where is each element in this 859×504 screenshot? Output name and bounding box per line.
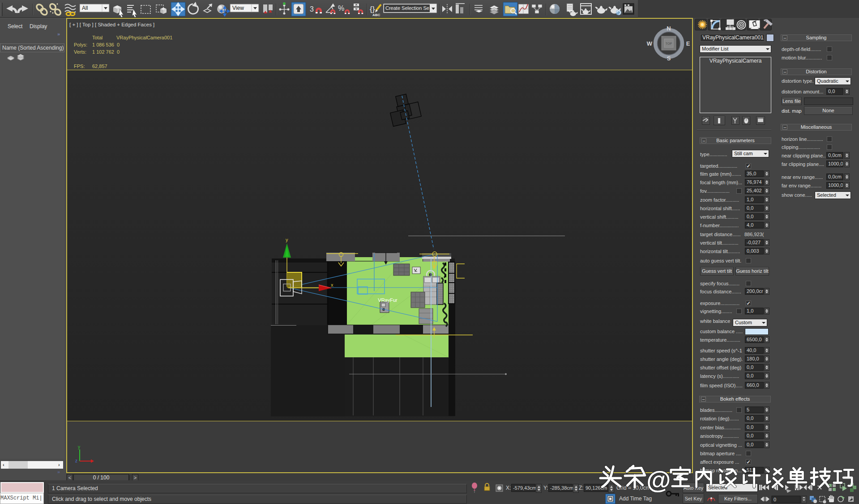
svg-text:VRayFur: VRayFur bbox=[378, 297, 397, 303]
svg-text:S: S bbox=[667, 55, 671, 62]
svg-text:E: E bbox=[686, 40, 690, 47]
svg-text:All: All bbox=[82, 5, 88, 11]
svg-text:0: 0 bbox=[774, 497, 776, 502]
svg-text:3: 3 bbox=[310, 5, 314, 13]
svg-text:N: N bbox=[667, 25, 671, 32]
svg-text:ABC: ABC bbox=[372, 13, 380, 17]
svg-text:TOP: TOP bbox=[666, 42, 672, 45]
svg-text:Create Selection Se: Create Selection Se bbox=[385, 5, 429, 11]
svg-text:z: z bbox=[75, 458, 77, 463]
svg-text:@: @ bbox=[646, 466, 671, 494]
svg-text:{}: {} bbox=[370, 5, 375, 13]
svg-text:y: y bbox=[78, 445, 80, 449]
svg-text:y: y bbox=[286, 237, 288, 242]
svg-text:x: x bbox=[331, 282, 333, 288]
svg-text:W: W bbox=[647, 40, 653, 47]
svg-text:View: View bbox=[232, 5, 244, 11]
svg-text:%: % bbox=[338, 4, 344, 12]
